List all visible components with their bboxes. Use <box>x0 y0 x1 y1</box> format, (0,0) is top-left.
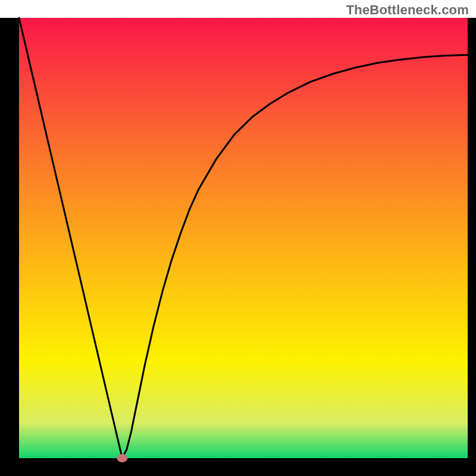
frame-bottom <box>0 458 476 476</box>
frame-left <box>0 0 19 476</box>
gradient-background <box>19 18 468 458</box>
watermark-label: TheBottleneck.com <box>346 2 469 18</box>
bottleneck-chart <box>0 0 476 476</box>
min-point-marker <box>117 454 127 462</box>
frame-right <box>468 0 476 476</box>
chart-container: TheBottleneck.com <box>0 0 476 476</box>
plot-area <box>0 0 476 476</box>
